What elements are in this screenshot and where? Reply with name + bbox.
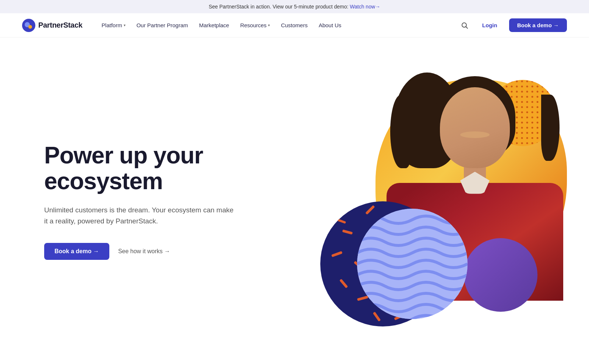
nav-about-us[interactable]: About Us (314, 19, 346, 31)
svg-rect-22 (373, 311, 381, 321)
purple-blob (464, 238, 537, 312)
see-how-works-link[interactable]: See how it works → (118, 248, 170, 255)
chevron-down-icon: ▾ (268, 23, 270, 27)
search-button[interactable] (459, 20, 470, 31)
svg-rect-9 (365, 205, 375, 215)
hero-section: Power up your ecosystem Unlimited custom… (0, 38, 589, 364)
hero-book-demo-button[interactable]: Book a demo → (44, 243, 109, 260)
login-button[interactable]: Login (476, 19, 503, 31)
logo-link[interactable]: PartnerStack (22, 19, 82, 32)
nav-links: Platform ▾ Our Partner Program Marketpla… (97, 19, 459, 31)
svg-point-2 (28, 25, 32, 29)
svg-line-4 (466, 26, 468, 28)
nav-platform[interactable]: Platform ▾ (97, 19, 130, 31)
nav-partner-program[interactable]: Our Partner Program (132, 19, 193, 31)
hero-title: Power up your ecosystem (44, 142, 313, 194)
nav-customers[interactable]: Customers (276, 19, 312, 31)
announcement-banner: See PartnerStack in action. View our 5-m… (0, 0, 589, 13)
hero-content: Power up your ecosystem Unlimited custom… (44, 142, 328, 260)
chevron-down-icon: ▾ (124, 23, 126, 27)
svg-rect-11 (331, 251, 343, 257)
banner-text: See PartnerStack in action. View our 5-m… (209, 4, 349, 10)
wave-pattern (357, 209, 468, 319)
periwinkle-blob (357, 209, 468, 319)
svg-rect-26 (335, 218, 346, 224)
svg-rect-7 (328, 209, 339, 218)
logo-text: PartnerStack (38, 21, 82, 29)
nav-resources[interactable]: Resources ▾ (236, 19, 274, 31)
svg-rect-17 (357, 296, 368, 301)
hero-subtitle: Unlimited customers is the dream. Your e… (44, 205, 236, 227)
hero-cta-buttons: Book a demo → See how it works → (44, 243, 313, 260)
logo-icon (22, 19, 35, 32)
hero-illustration (328, 73, 560, 330)
svg-rect-8 (342, 229, 353, 234)
svg-rect-16 (339, 279, 348, 288)
nav-marketplace[interactable]: Marketplace (195, 19, 234, 31)
navbar: PartnerStack Platform ▾ Our Partner Prog… (0, 13, 589, 38)
nav-right-actions: Login Book a demo → (459, 18, 567, 32)
svg-rect-21 (325, 305, 335, 314)
nav-book-demo-button[interactable]: Book a demo → (509, 18, 567, 32)
watch-now-link[interactable]: Watch now→ (350, 4, 380, 10)
search-icon (461, 22, 468, 29)
